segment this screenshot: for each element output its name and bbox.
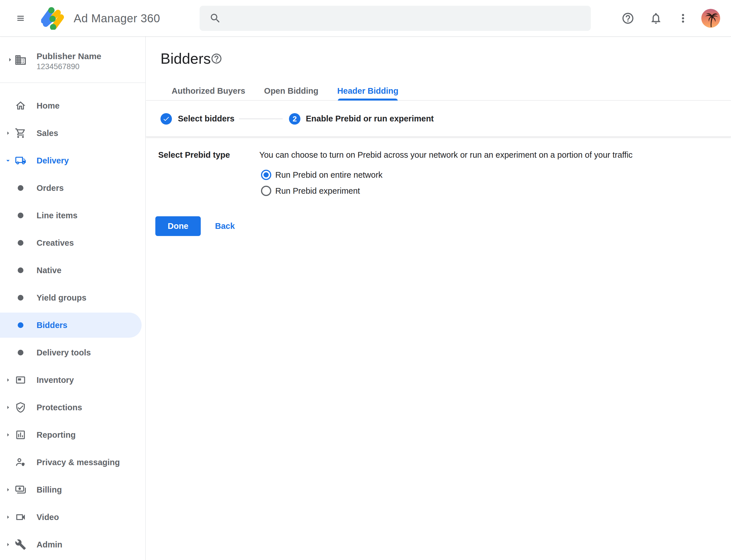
videocam-icon — [15, 511, 26, 523]
chevron-right-icon — [6, 55, 14, 64]
sidebar-item-yield-groups[interactable]: Yield groups — [0, 284, 145, 311]
sidebar-item-protections[interactable]: Protections — [0, 394, 145, 421]
bullet-icon — [18, 213, 23, 218]
publisher-name: Publisher Name — [37, 51, 101, 62]
step-1-completed-icon — [161, 113, 172, 125]
step-1-label[interactable]: Select bidders — [178, 101, 235, 137]
main-content: Bidders Authorized Buyers Open Bidding H… — [146, 37, 731, 560]
chevron-right-icon — [4, 129, 12, 137]
global-search[interactable] — [200, 6, 591, 31]
prebid-type-description: You can choose to turn on Prebid across … — [259, 150, 632, 160]
page-title: Bidders — [161, 50, 211, 67]
bar-chart-icon — [15, 429, 26, 441]
sidebar-item-native[interactable]: Native — [0, 257, 145, 284]
sidebar-item-orders[interactable]: Orders — [0, 174, 145, 202]
stepper: Select bidders 2 Enable Prebid or run ex… — [146, 101, 731, 137]
chevron-right-icon — [4, 513, 12, 521]
building-icon — [14, 54, 27, 66]
tab-header-bidding[interactable]: Header Bidding — [337, 82, 398, 100]
step-2-label[interactable]: Enable Prebid or run experiment — [306, 101, 434, 137]
palm-tree-photo — [701, 9, 720, 28]
bullet-icon — [18, 350, 23, 355]
menu-button[interactable] — [11, 11, 30, 26]
page-help-button[interactable] — [211, 53, 223, 65]
search-input[interactable] — [221, 6, 591, 31]
home-icon — [15, 100, 26, 111]
person-shield-icon — [15, 457, 26, 468]
more-vert-icon — [676, 12, 690, 25]
bullet-icon — [18, 322, 23, 328]
truck-icon — [15, 155, 26, 166]
done-button[interactable]: Done — [155, 216, 201, 236]
sidebar-item-sales[interactable]: Sales — [0, 119, 145, 147]
bullet-icon — [18, 240, 23, 246]
sidebar-item-bidders[interactable]: Bidders — [0, 311, 145, 339]
hamburger-icon — [15, 14, 26, 23]
prebid-type-label: Select Prebid type — [158, 150, 230, 160]
ad-manager-logo-icon — [41, 7, 64, 30]
sidebar-item-home[interactable]: Home — [0, 92, 145, 119]
radio-option-experiment[interactable]: Run Prebid experiment — [261, 186, 360, 196]
wrench-icon — [15, 539, 26, 550]
bullet-icon — [18, 295, 23, 301]
tab-open-bidding[interactable]: Open Bidding — [264, 82, 319, 100]
sidebar-item-reporting[interactable]: Reporting — [0, 421, 145, 449]
sidebar-item-billing[interactable]: Billing — [0, 476, 145, 503]
radio-selected-icon[interactable] — [261, 170, 271, 180]
check-icon — [163, 115, 170, 123]
back-button[interactable]: Back — [211, 216, 239, 236]
more-options-button[interactable] — [676, 12, 690, 25]
account-avatar[interactable] — [701, 9, 720, 28]
cart-icon — [15, 127, 26, 139]
sidebar-item-privacy-messaging[interactable]: Privacy & messaging — [0, 449, 145, 476]
sidebar-item-line-items[interactable]: Line items — [0, 202, 145, 229]
radio-option-entire-network[interactable]: Run Prebid on entire network — [261, 170, 382, 180]
chevron-right-icon — [4, 403, 12, 411]
chevron-right-icon — [4, 541, 12, 549]
sidebar-item-creatives[interactable]: Creatives — [0, 229, 145, 257]
bullet-icon — [18, 267, 23, 273]
ad-unit-icon — [15, 374, 26, 386]
chevron-down-icon — [4, 157, 12, 165]
tab-bar: Authorized Buyers Open Bidding Header Bi… — [146, 82, 731, 101]
publisher-switcher[interactable]: Publisher Name 1234567890 — [0, 37, 145, 83]
step-2-number-icon: 2 — [289, 113, 301, 125]
bullet-icon — [18, 185, 23, 191]
app-title: Ad Manager 360 — [74, 0, 160, 37]
sidebar-item-delivery[interactable]: Delivery — [0, 147, 145, 174]
help-button[interactable] — [621, 12, 634, 25]
sidebar-nav: Publisher Name 1234567890 Home Sales Del… — [0, 37, 146, 560]
shield-check-icon — [15, 402, 26, 413]
sidebar-item-inventory[interactable]: Inventory — [0, 366, 145, 394]
bell-icon — [649, 12, 662, 25]
publisher-id: 1234567890 — [37, 62, 101, 71]
payments-icon — [15, 484, 26, 495]
help-icon — [211, 53, 223, 65]
search-icon — [209, 12, 221, 24]
notifications-button[interactable] — [649, 12, 662, 25]
top-app-bar: Ad Manager 360 — [0, 0, 731, 37]
chevron-right-icon — [4, 486, 12, 494]
sidebar-item-delivery-tools[interactable]: Delivery tools — [0, 339, 145, 366]
chevron-right-icon — [4, 431, 12, 439]
help-icon — [621, 12, 634, 25]
radio-unselected-icon[interactable] — [261, 186, 271, 196]
sidebar-item-video[interactable]: Video — [0, 503, 145, 531]
sidebar-item-admin[interactable]: Admin — [0, 531, 145, 558]
tab-authorized-buyers[interactable]: Authorized Buyers — [172, 82, 245, 100]
chevron-right-icon — [4, 376, 12, 384]
stepper-connector — [239, 119, 283, 119]
